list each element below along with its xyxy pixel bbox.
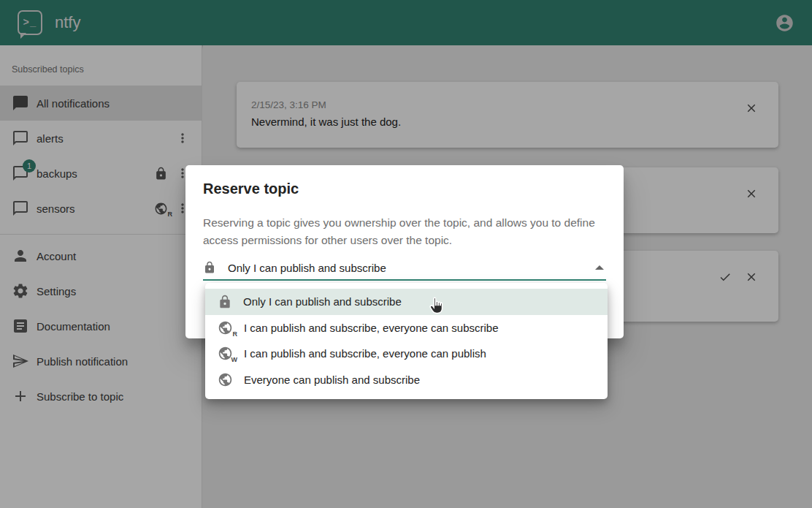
menu-item-everyone-can-subscribe[interactable]: R I can publish and subscribe, everyone … — [205, 315, 608, 341]
dialog-title: Reserve topic — [203, 181, 299, 197]
menu-item-label: I can publish and subscribe, everyone ca… — [244, 347, 486, 360]
chevron-up-icon — [595, 265, 604, 270]
globe-read-icon: R — [218, 320, 233, 335]
menu-item-label: Everyone can publish and subscribe — [244, 374, 420, 386]
lock-icon — [203, 261, 216, 274]
access-dropdown-menu: Only I can publish and subscribe R I can… — [205, 283, 608, 399]
globe-write-icon: W — [218, 346, 233, 361]
dialog-description: Reserving a topic gives you ownership ov… — [203, 214, 601, 249]
menu-item-everyone[interactable]: Everyone can publish and subscribe — [205, 367, 608, 393]
access-select[interactable]: Only I can publish and subscribe — [203, 256, 606, 281]
menu-item-everyone-can-publish[interactable]: W I can publish and subscribe, everyone … — [205, 341, 608, 367]
globe-icon — [218, 372, 233, 387]
menu-item-only-me[interactable]: Only I can publish and subscribe — [205, 289, 608, 315]
access-select-value: Only I can publish and subscribe — [228, 262, 595, 274]
menu-item-label: I can publish and subscribe, everyone ca… — [244, 322, 499, 334]
lock-icon — [218, 295, 232, 309]
app-window: >_ ntfy Subscribed topics All notificati… — [0, 0, 812, 508]
menu-item-label: Only I can publish and subscribe — [243, 295, 402, 308]
